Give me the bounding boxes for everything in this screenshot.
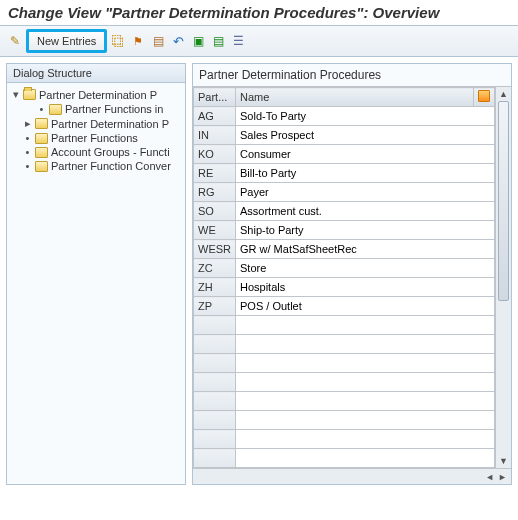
page-title: Change View "Partner Determination Proce… [0,0,518,25]
table-row[interactable]: RGPayer [194,183,495,202]
table-row[interactable] [194,392,495,411]
tree-node[interactable]: • Partner Functions [9,131,183,145]
folder-icon [35,133,48,144]
save-all-icon[interactable] [209,32,227,50]
cell-code[interactable] [194,430,236,449]
pencil-icon[interactable] [6,32,24,50]
cell-name[interactable]: Ship-to Party [236,221,495,240]
folder-icon [49,104,62,115]
table-row[interactable] [194,335,495,354]
save-icon[interactable] [189,32,207,50]
copy-icon[interactable] [109,32,127,50]
table-row[interactable]: ZHHospitals [194,278,495,297]
cell-code[interactable] [194,449,236,468]
cell-name[interactable] [236,335,495,354]
cell-code[interactable] [194,316,236,335]
ribbon-icon[interactable]: ⚑ [129,32,147,50]
cell-code[interactable]: WE [194,221,236,240]
dialog-structure-header: Dialog Structure [7,64,185,83]
toolbar: New Entries ⚑ [0,25,518,57]
cell-name[interactable] [236,392,495,411]
table-row[interactable]: ZPPOS / Outlet [194,297,495,316]
cell-code[interactable] [194,392,236,411]
cell-name[interactable]: POS / Outlet [236,297,495,316]
cell-name[interactable] [236,449,495,468]
cell-name[interactable]: Consumer [236,145,495,164]
cell-name[interactable] [236,411,495,430]
cell-name[interactable]: Payer [236,183,495,202]
table-row[interactable] [194,316,495,335]
scroll-track[interactable] [496,101,511,454]
cell-name[interactable]: Sales Prospect [236,126,495,145]
table-row[interactable]: KOConsumer [194,145,495,164]
table-row[interactable]: WESRGR w/ MatSafSheetRec [194,240,495,259]
cell-code[interactable] [194,335,236,354]
cell-name[interactable]: GR w/ MatSafSheetRec [236,240,495,259]
cell-code[interactable] [194,411,236,430]
cell-name[interactable] [236,373,495,392]
cell-code[interactable]: SO [194,202,236,221]
cell-code[interactable]: IN [194,126,236,145]
cell-code[interactable]: AG [194,107,236,126]
folder-icon [35,118,48,129]
cell-name[interactable] [236,430,495,449]
scroll-down-icon[interactable]: ▼ [499,454,508,468]
tree-node[interactable]: ▸ Partner Determination P [9,116,183,131]
table-row[interactable] [194,411,495,430]
col-header-part[interactable]: Part... [194,88,236,107]
cell-name[interactable]: Bill-to Party [236,164,495,183]
cell-code[interactable] [194,373,236,392]
list-icon[interactable] [229,32,247,50]
tree-label: Account Groups - Functi [51,146,170,158]
scroll-left-icon[interactable]: ◄ [485,472,494,482]
cell-name[interactable] [236,354,495,373]
scroll-right-icon[interactable]: ► [498,472,507,482]
table-row[interactable]: INSales Prospect [194,126,495,145]
cell-code[interactable]: KO [194,145,236,164]
horizontal-scrollbar[interactable]: ◄ ► [193,468,511,484]
scroll-up-icon[interactable]: ▲ [499,87,508,101]
table-row[interactable] [194,373,495,392]
table-row[interactable]: ZCStore [194,259,495,278]
scroll-thumb[interactable] [498,101,509,301]
tree-node[interactable]: • Partner Functions in [9,102,183,116]
col-header-select[interactable] [474,88,495,107]
cell-name[interactable]: Sold-To Party [236,107,495,126]
layers-icon[interactable] [149,32,167,50]
cell-name[interactable] [236,316,495,335]
tree-node[interactable]: • Account Groups - Functi [9,145,183,159]
cell-name[interactable]: Hospitals [236,278,495,297]
cell-code[interactable]: ZH [194,278,236,297]
data-table: Part... Name AGSold-To PartyINSales Pros… [193,87,495,468]
tree-label: Partner Determination P [51,118,169,130]
tree-label: Partner Function Conver [51,160,171,172]
table-row[interactable] [194,430,495,449]
table-row[interactable]: WEShip-to Party [194,221,495,240]
undo-icon[interactable] [169,32,187,50]
caret-icon[interactable]: ▸ [23,117,32,130]
caret-icon[interactable]: ▾ [11,88,20,101]
new-entries-button[interactable]: New Entries [26,29,107,53]
cell-code[interactable]: RG [194,183,236,202]
cell-code[interactable]: RE [194,164,236,183]
dialog-structure-panel: Dialog Structure ▾ Partner Determination… [6,63,186,485]
main-area: Dialog Structure ▾ Partner Determination… [0,57,518,491]
cell-code[interactable]: ZC [194,259,236,278]
tree-label: Partner Determination P [39,89,157,101]
tree-node[interactable]: ▾ Partner Determination P [9,87,183,102]
cell-name[interactable]: Assortment cust. [236,202,495,221]
col-header-name[interactable]: Name [236,88,474,107]
cell-code[interactable] [194,354,236,373]
cell-code[interactable]: WESR [194,240,236,259]
cell-code[interactable]: ZP [194,297,236,316]
table-row[interactable]: AGSold-To Party [194,107,495,126]
tree-node[interactable]: • Partner Function Conver [9,159,183,173]
table-row[interactable]: REBill-to Party [194,164,495,183]
cell-name[interactable]: Store [236,259,495,278]
table-row[interactable]: SOAssortment cust. [194,202,495,221]
tree-label: Partner Functions [51,132,138,144]
vertical-scrollbar[interactable]: ▲ ▼ [495,87,511,468]
table-row[interactable] [194,449,495,468]
select-all-icon[interactable] [478,90,490,102]
table-row[interactable] [194,354,495,373]
